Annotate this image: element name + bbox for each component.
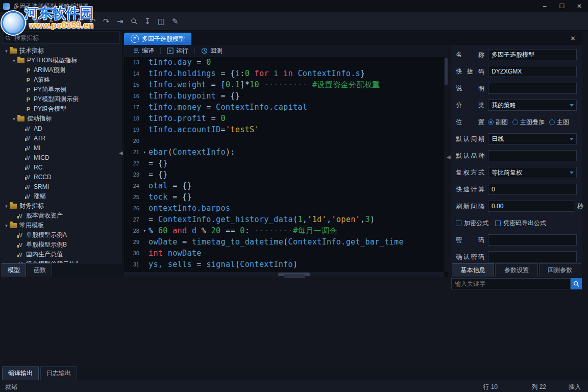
backtest-button[interactable]: 回测 [197, 45, 227, 57]
tree-item[interactable]: VRC [0, 162, 122, 172]
tree-item[interactable]: V组合模型单股示范A [0, 259, 122, 263]
expand-arrow-icon[interactable]: ▾ [3, 223, 10, 228]
radio-mainchart[interactable]: 主图 [549, 118, 569, 127]
fold-gutter [141, 57, 149, 68]
tab-backtest-params[interactable]: 回测参数 [539, 263, 581, 277]
tab-model[interactable]: 模型 [2, 263, 26, 277]
shortcut-input[interactable] [488, 66, 577, 77]
tree-item[interactable]: PPY简单示例 [0, 85, 122, 94]
tree-item[interactable]: PPY组合模型 [0, 104, 122, 114]
expand-arrow-icon[interactable]: ▾ [3, 48, 10, 54]
save-icon[interactable]: ▥ [32, 16, 43, 27]
expand-arrow-icon[interactable]: ▾ [11, 116, 17, 121]
tree-folder[interactable]: ▾摆动指标 [0, 114, 122, 124]
line-number: 18 [124, 113, 141, 124]
minimize-button[interactable]: – [536, 0, 553, 12]
code-text: owDate = timetag_to_datetime(ContextInfo… [149, 236, 404, 248]
code-area[interactable]: 13tInfo.day = 014tInfo.holdings = {i:0 f… [124, 57, 444, 272]
radio-mainchart-overlay[interactable]: 主图叠加 [512, 118, 545, 127]
line-number: 21 [124, 146, 141, 158]
maximize-button[interactable]: ☐ [553, 0, 571, 12]
confirm-password-input[interactable] [488, 251, 577, 262]
quick-calc-input[interactable] [488, 184, 577, 195]
tree-item[interactable]: V国内生产总值 [0, 250, 122, 259]
chevron-down-icon [570, 172, 574, 174]
font-small-icon[interactable]: A [45, 17, 57, 26]
fold-arrow-icon[interactable]: ▾ [141, 146, 149, 158]
category-select[interactable]: 我的策略 [488, 100, 577, 111]
tab-parameters[interactable]: 参数设置 [495, 263, 537, 277]
python-doc-icon: P [131, 35, 139, 43]
fold-arrow-icon[interactable]: ▾ [141, 225, 149, 236]
tree-item[interactable]: VSRMI [0, 182, 122, 191]
radio-subchart[interactable]: 副图 [488, 118, 508, 127]
tree-folder[interactable]: ▾PYTHON模型指标 [0, 56, 122, 65]
collapse-right-panel-icon[interactable]: ◀ [447, 154, 451, 160]
tree-folder[interactable]: ▾财务指标 [0, 201, 122, 211]
chevron-down-icon [570, 104, 574, 107]
indicator-search[interactable] [2, 32, 120, 44]
tree-folder[interactable]: ▾常用模板 [0, 220, 122, 230]
period-select[interactable]: 日线 [488, 133, 577, 144]
keyword-search-button[interactable] [571, 278, 582, 289]
search-icon [573, 281, 579, 287]
tree-item[interactable]: V股本营收资产 [0, 211, 122, 220]
tree-item[interactable]: PPY模型回测示例 [0, 94, 122, 104]
tree-item[interactable]: V单股模型示例A [0, 230, 122, 240]
document-tab[interactable]: P 多因子选股模型 [124, 33, 191, 45]
tree-item[interactable]: V涨幅 [0, 191, 122, 201]
font-medium-icon[interactable]: A [59, 17, 70, 26]
split-view-icon[interactable]: ◫ [156, 16, 167, 27]
expand-arrow-icon[interactable]: ▾ [11, 58, 17, 63]
compile-button[interactable]: 编译 [128, 45, 159, 57]
tree-item[interactable]: VAD [0, 124, 122, 133]
python-model-icon: P [25, 77, 32, 83]
tab-compile-output[interactable]: 编译输出 [2, 366, 39, 380]
close-document-icon[interactable]: ✕ [570, 35, 576, 42]
undo-icon[interactable]: ↶ [87, 16, 98, 27]
description-label: 说明 [456, 84, 484, 93]
edit-icon[interactable]: ✎ [169, 16, 181, 27]
tab-log-output[interactable]: 日志输出 [40, 366, 77, 380]
export-icon[interactable]: ↧ [142, 16, 153, 27]
refresh-interval-input[interactable] [488, 201, 574, 212]
goto-icon[interactable]: ⇥ [114, 16, 126, 27]
tree-item[interactable]: VMICD [0, 153, 122, 162]
tree-item[interactable]: V单股模型示例B [0, 240, 122, 250]
vertical-scrollbar-thumb[interactable] [445, 58, 448, 85]
password-input[interactable] [488, 234, 577, 246]
search-input[interactable] [13, 34, 117, 42]
python-model-icon: P [25, 87, 32, 93]
search-in-file-icon[interactable] [128, 16, 139, 27]
status-bar: 就绪 行 10 列 22 插入 [0, 380, 588, 392]
splitter-grip[interactable] [284, 274, 305, 278]
password-export-checkbox[interactable]: 凭密码导出公式 [495, 219, 546, 228]
new-file-icon[interactable]: ▢ [4, 16, 15, 27]
adjust-select[interactable]: 等比前复权 [488, 167, 577, 178]
encrypt-checkbox[interactable]: 加密公式 [456, 219, 488, 228]
tree-item[interactable]: VMI [0, 143, 122, 153]
line-number: 22 [124, 158, 141, 169]
tree-item[interactable]: PA策略 [0, 75, 122, 85]
keyword-input[interactable] [451, 278, 571, 289]
collapse-left-panel-icon[interactable]: ◀ [119, 150, 123, 156]
symbol-input[interactable] [488, 150, 577, 161]
app-window: { "window": {"title": "多因子选股模型-策略编辑器"}, … [0, 0, 588, 392]
tree-folder[interactable]: ▾技术指标 [0, 46, 122, 56]
tree-item[interactable]: VRCCD [0, 172, 122, 182]
tree-item[interactable]: PARIMA预测 [0, 65, 122, 75]
name-input[interactable] [488, 49, 577, 60]
expand-arrow-icon[interactable]: ▾ [3, 204, 10, 209]
description-input[interactable] [488, 83, 577, 94]
run-button[interactable]: 运行 [162, 45, 193, 57]
code-line: 20 [124, 135, 444, 146]
vertical-scrollbar[interactable] [444, 57, 448, 272]
close-button[interactable]: ✕ [571, 0, 588, 12]
open-file-icon[interactable]: ▤ [18, 16, 29, 27]
redo-icon[interactable]: ↷ [101, 16, 112, 27]
radio-icon [512, 119, 518, 125]
tab-basic-info[interactable]: 基本信息 [452, 263, 494, 277]
tree-item[interactable]: VATR [0, 133, 122, 143]
tab-function[interactable]: 函数 [28, 263, 52, 277]
font-large-icon[interactable]: A [73, 16, 84, 27]
